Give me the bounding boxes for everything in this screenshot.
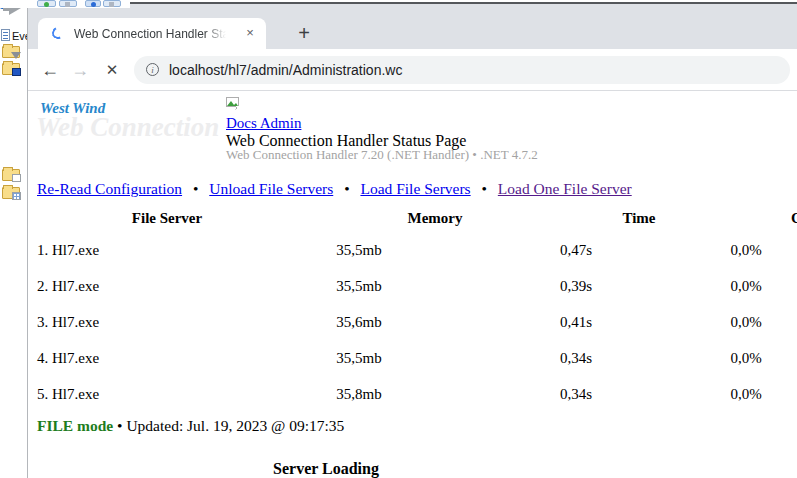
loading-spinner-icon: [50, 25, 65, 40]
cell-memory: 35,8mb: [267, 386, 451, 403]
cell-file-server: 4. Hl7.exe: [37, 350, 267, 367]
table-row: 4. Hl7.exe 35,5mb 0,34s 0,0%: [37, 340, 797, 376]
info-icon[interactable]: i: [146, 63, 159, 76]
new-item-button[interactable]: [37, 0, 56, 7]
folder-monitor-icon[interactable]: [2, 63, 20, 75]
browser-tab[interactable]: Web Connection Handler Status P ×: [38, 18, 266, 49]
folder-saved-log-icon[interactable]: [2, 169, 20, 181]
nav-separator: •: [344, 180, 349, 197]
column-header-file-server: File Server: [67, 210, 267, 227]
tab-strip: Web Connection Handler Status P × +: [28, 4, 797, 49]
cell-file-server: 3. Hl7.exe: [37, 314, 267, 331]
table-row: 5. Hl7.exe 35,8mb 0,34s 0,0%: [37, 376, 797, 412]
nav-separator: •: [482, 180, 487, 197]
stop-button[interactable]: ✕: [100, 58, 124, 82]
cell-time: 0,34s: [451, 386, 701, 403]
table-row: 3. Hl7.exe 35,6mb 0,41s 0,0%: [37, 304, 797, 340]
cell-time: 0,47s: [451, 242, 701, 259]
status-updated: • Updated: Jul. 19, 2023 @ 09:17:35: [117, 417, 344, 434]
cell-percent: 0,0%: [701, 278, 791, 295]
address-bar[interactable]: i localhost/hl7/admin/Administration.wc: [134, 56, 790, 84]
cell-time: 0,39s: [451, 278, 701, 295]
cell-percent: 0,0%: [701, 314, 791, 331]
column-header-cutoff: C: [791, 210, 797, 227]
folder-filter-icon[interactable]: [2, 46, 20, 58]
nav-link-load-one-file-server[interactable]: Load One File Server: [498, 180, 632, 197]
forward-button[interactable]: →: [68, 58, 92, 82]
docs-admin-link[interactable]: Docs Admin: [226, 115, 301, 132]
cell-memory: 35,5mb: [267, 242, 451, 259]
status-mode: FILE mode: [37, 417, 113, 434]
folder-views-icon[interactable]: [2, 187, 20, 199]
browser-window: Web Connection Handler Status P × + ← → …: [27, 2, 797, 478]
window-button[interactable]: [59, 0, 77, 7]
window-button-2[interactable]: [103, 0, 121, 7]
help-button[interactable]: [85, 0, 101, 7]
cell-memory: 35,5mb: [267, 350, 451, 367]
url-text: localhost/hl7/admin/Administration.wc: [169, 62, 402, 78]
cell-time: 0,34s: [451, 350, 701, 367]
cell-percent: 0,0%: [701, 386, 791, 403]
tab-close-icon[interactable]: ×: [242, 25, 258, 41]
document-icon: [1, 29, 10, 41]
nav-link-unload-file-servers[interactable]: Unload File Servers: [209, 180, 333, 197]
nav-separator: •: [193, 180, 198, 197]
cell-time: 0,41s: [451, 314, 701, 331]
cell-file-server: 5. Hl7.exe: [37, 386, 267, 403]
column-header-time: Time: [539, 210, 739, 227]
new-tab-button[interactable]: +: [292, 21, 316, 45]
screen: Eve Web Connection Handler Status P × + …: [0, 0, 797, 478]
nav-link-reread-configuration[interactable]: Re-Read Configuration: [37, 180, 182, 197]
brand-logo: West Wind: [40, 100, 105, 117]
cell-file-server: 1. Hl7.exe: [37, 242, 267, 259]
page-content: Web Connection West Wind Docs Admin Web …: [29, 92, 797, 478]
table-row: 2. Hl7.exe 35,5mb 0,39s 0,0%: [37, 268, 797, 304]
cell-percent: 0,0%: [701, 242, 791, 259]
cell-percent: 0,0%: [701, 350, 791, 367]
column-header-memory: Memory: [335, 210, 535, 227]
background-app-pane: Eve: [0, 0, 27, 478]
status-row: FILE mode • Updated: Jul. 19, 2023 @ 09:…: [37, 417, 344, 435]
tab-title: Web Connection Handler Status P: [74, 27, 226, 42]
background-app-toolbar: [0, 0, 130, 8]
cell-memory: 35,6mb: [267, 314, 451, 331]
broken-image-icon: [226, 97, 239, 110]
cell-memory: 35,5mb: [267, 278, 451, 295]
table-header-row: File Server Memory Time C: [29, 210, 797, 226]
file-server-table: 1. Hl7.exe 35,5mb 0,47s 0,0% 2. Hl7.exe …: [37, 232, 797, 412]
cell-file-server: 2. Hl7.exe: [37, 278, 267, 295]
browser-toolbar: ← → ✕ i localhost/hl7/admin/Administrati…: [28, 49, 797, 91]
page-subtitle: Web Connection Handler 7.20 (.NET Handle…: [226, 147, 538, 163]
back-button[interactable]: ←: [38, 58, 62, 82]
section-title-server-loading: Server Loading: [226, 460, 426, 478]
nav-link-load-file-servers[interactable]: Load File Servers: [360, 180, 470, 197]
admin-nav-links: Re-Read Configuration • Unload File Serv…: [37, 180, 632, 198]
table-row: 1. Hl7.exe 35,5mb 0,47s 0,0%: [37, 232, 797, 268]
